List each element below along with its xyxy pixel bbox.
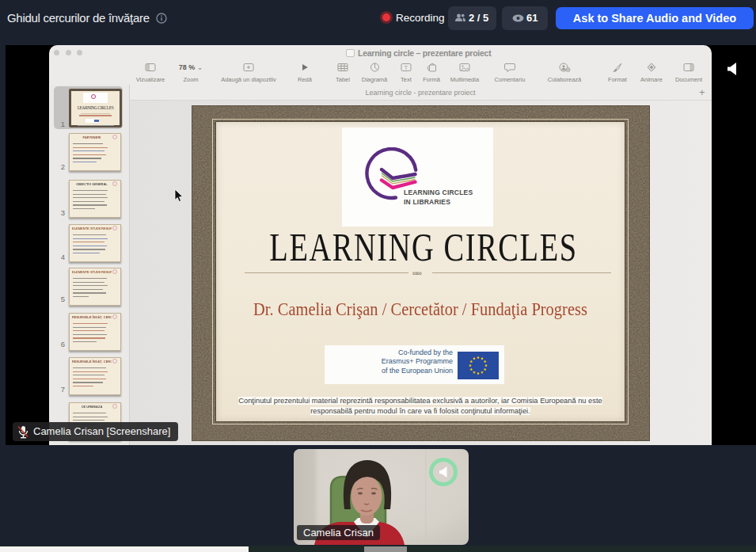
svg-text:T: T bbox=[405, 65, 408, 70]
